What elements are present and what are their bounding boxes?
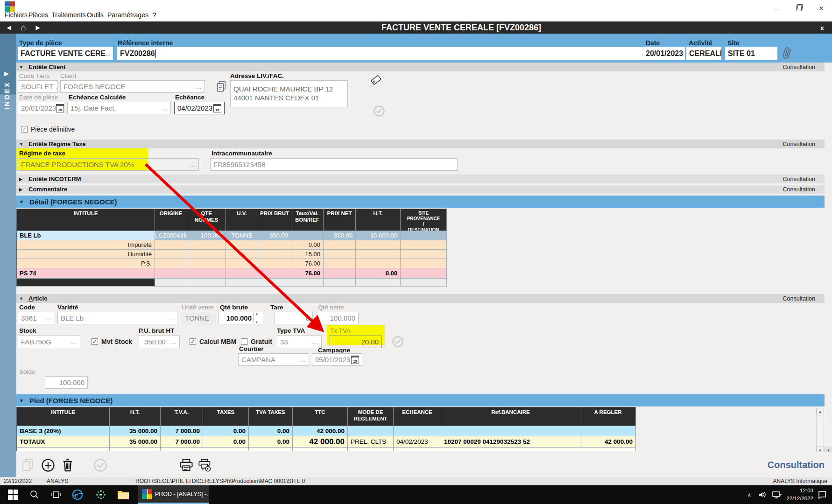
tray-clock[interactable]: 12:03 22/12/2022 (786, 487, 813, 502)
toolbar-add-button[interactable] (41, 458, 55, 472)
section-entete-incoterm[interactable]: ▶ Entête INCOTERM Consultation (16, 175, 825, 183)
collapse-icon[interactable]: ▼ (19, 398, 29, 403)
expand-icon[interactable]: ▶ (19, 187, 28, 192)
pu-brut-ht-field[interactable]: 350.00... (139, 336, 180, 348)
variete-field[interactable]: BLE Lb... (57, 312, 177, 324)
scroll-up-button[interactable]: ▲ (816, 408, 824, 415)
pu-brut-ellipsis-button[interactable]: ... (168, 339, 176, 345)
cell-prix-brut[interactable]: 350.00 (258, 231, 291, 240)
cell-intitule[interactable]: BLE Lb (17, 231, 155, 240)
cell-origine[interactable]: LCZ000438 (155, 231, 187, 240)
close-button[interactable]: × (813, 2, 829, 15)
date-field[interactable]: 20/01/2023 (643, 47, 685, 60)
toolbar-print-button[interactable] (179, 458, 193, 472)
echeance-calculee-ellipsis-button[interactable]: ... (159, 105, 168, 112)
cell-taux-val[interactable]: 76.00 (291, 268, 324, 279)
tag-icon[interactable] (370, 74, 382, 86)
minimize-button[interactable]: ─ (769, 2, 784, 15)
section-article[interactable]: ▼ Article Consultation (16, 294, 825, 303)
nav-home-icon[interactable]: ⌂ (18, 21, 29, 34)
menu-item-help[interactable]: ? (153, 11, 156, 19)
quantity-stepper[interactable]: ▲▼ (253, 312, 260, 324)
internet-explorer-icon[interactable]: e (68, 485, 87, 504)
checkbox-gratuit[interactable] (241, 338, 247, 345)
echeance-calculee-field[interactable]: 15j. Date Fact.... (67, 102, 171, 114)
cell-taux-val[interactable]: 0.00 (291, 240, 324, 250)
task-view-button[interactable] (47, 485, 65, 504)
cell-uv[interactable]: TONNE (226, 231, 258, 240)
type-de-piece-field[interactable]: FACTURE VENTE CERE ... (18, 47, 113, 60)
volume-icon[interactable] (755, 485, 769, 504)
collapse-icon[interactable]: ▼ (19, 296, 28, 301)
maximize-restore-button[interactable] (791, 2, 807, 15)
section-commentaire[interactable]: ▶ Commentaire Consultation (16, 185, 825, 194)
cell-tva[interactable]: 7 000.00 (161, 436, 203, 448)
echeance-field[interactable]: 04/02/202315 (174, 102, 225, 114)
cell-ht[interactable]: 0.00 (356, 268, 401, 279)
cell-taxes[interactable]: 0.00 (203, 436, 249, 448)
checkbox-piece-definitive[interactable]: ✓ (21, 126, 28, 133)
tare-field[interactable]: 0 (275, 312, 313, 324)
cell-site[interactable] (401, 231, 447, 240)
checkbox-mvt-stock[interactable]: ✓ (92, 338, 98, 345)
menu-item-parametrages[interactable]: Paramétrages (107, 11, 148, 19)
calendar-icon[interactable]: 15 (56, 104, 64, 112)
cell-tva-taxes[interactable]: 0.00 (249, 436, 293, 448)
section-pied-header[interactable]: ▼ Pied (FORGES NEGOCE) (16, 394, 825, 406)
cell-echeance[interactable]: 04/02/2023 (394, 436, 441, 448)
collapse-icon[interactable]: ▼ (19, 65, 28, 70)
code-tiers-ellipsis-button[interactable]: ... (53, 84, 58, 90)
nav-forward-icon[interactable]: ▶ (33, 21, 43, 34)
cell-intitule[interactable]: Impureté (17, 240, 155, 250)
qte-brute-field[interactable]: 100.000 ▲▼ (219, 312, 263, 324)
copy-address-icon[interactable] (216, 80, 227, 92)
client-ellipsis-button[interactable]: ... (193, 84, 202, 90)
cell-intitule[interactable]: PS 74 (17, 268, 155, 279)
toolbar-copy-button[interactable] (21, 458, 35, 472)
courtier-ellipsis-button[interactable]: ... (297, 357, 306, 363)
cell-mode-reglement[interactable]: PREL. CLTS (348, 436, 394, 448)
cell-intitule[interactable]: Humidité (17, 250, 155, 259)
cell-taxes[interactable]: 0.00 (203, 426, 249, 436)
cell-qte-normes[interactable]: 100.000 (187, 231, 226, 240)
cell-ref-bancaire[interactable]: 10207 00029 04129032523 52 (441, 436, 580, 448)
reference-interne-field[interactable]: FVZ00286 ... (117, 47, 650, 60)
cell-ttc[interactable]: 42 000.00 (293, 436, 348, 448)
cell-intitule[interactable]: P.S. (17, 259, 155, 268)
toolbar-print-export-button[interactable]: E (198, 458, 212, 472)
form-close-button[interactable]: x (816, 21, 828, 34)
cell-taux-val[interactable] (291, 231, 324, 240)
calendar-icon[interactable]: 15 (351, 356, 359, 364)
collapse-icon[interactable]: ▼ (19, 142, 28, 147)
app-dots-icon[interactable] (92, 485, 110, 504)
type-tva-ellipsis-button[interactable]: ... (310, 339, 318, 345)
menu-item-outils[interactable]: Outils (87, 11, 104, 19)
menu-item-pieces[interactable]: Pièces (28, 11, 48, 19)
network-icon[interactable] (769, 485, 784, 504)
cell-tva-taxes[interactable]: 0.00 (249, 426, 293, 436)
cell-intitule[interactable]: BASE 3 (20%) (17, 426, 110, 436)
checkbox-calcul-mbm[interactable]: ✓ (190, 338, 196, 345)
taskbar-app-button[interactable]: PROD - [ANALYS] -... (138, 485, 209, 504)
cell-ht[interactable]: 35 000.00 (356, 231, 401, 240)
section-detail-header[interactable]: ▼ Détail (FORGES NEGOCE) (16, 196, 825, 208)
attachment-paperclip-icon[interactable] (781, 47, 794, 61)
sidebar-expand-icon[interactable]: ▶ (4, 70, 9, 77)
tx-tva-field[interactable]: 20.00 (330, 336, 382, 348)
courtier-field[interactable]: CAMPANA... (238, 353, 309, 366)
type-tva-field[interactable]: 33... (277, 336, 322, 348)
site-field[interactable]: SITE 01 (725, 47, 777, 60)
article-code-ellipsis-button[interactable]: ... (43, 315, 52, 322)
cell-ht[interactable]: 35 000.00 (110, 426, 161, 436)
variete-ellipsis-button[interactable]: ... (166, 315, 174, 322)
cell-a-regler[interactable]: 42 000.00 (580, 436, 636, 448)
calendar-icon[interactable]: 15 (213, 104, 221, 112)
cell-ht[interactable]: 35 000.00 (110, 436, 161, 448)
cell-ttc[interactable]: 42 000.00 (293, 426, 348, 436)
validate-circle-icon[interactable] (391, 335, 404, 348)
section-entete-regime-taxe[interactable]: ▼ Entête Régime Taxe Consultation (16, 140, 825, 148)
start-button[interactable] (4, 485, 22, 504)
tray-chevron-icon[interactable]: ∧ (743, 485, 755, 504)
collapse-icon[interactable]: ▼ (19, 199, 29, 204)
stock-field[interactable]: FAB750G... (18, 336, 80, 348)
